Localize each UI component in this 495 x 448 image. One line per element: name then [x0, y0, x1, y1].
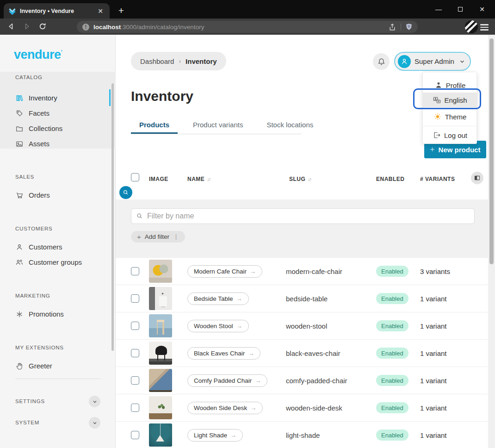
breadcrumb-dashboard[interactable]: Dashboard	[140, 57, 174, 65]
folder-icon	[15, 124, 24, 133]
sidebar-item-customers[interactable]: Customers	[0, 239, 116, 255]
sidebar-group-settings[interactable]: SETTINGS	[0, 398, 116, 410]
site-info-icon[interactable]: !	[82, 24, 89, 31]
product-name-link[interactable]: Black Eaves Chair→	[187, 347, 260, 360]
add-filter-button[interactable]: + Add filter ⋮	[131, 231, 185, 243]
column-header-name[interactable]: NAME↓↑	[187, 176, 210, 182]
reload-button[interactable]	[38, 22, 49, 32]
menu-item-label: Log out	[444, 131, 467, 139]
product-image	[149, 314, 172, 337]
row-checkbox[interactable]	[131, 376, 139, 385]
product-name-link[interactable]: Modern Cafe Chair→	[187, 265, 262, 278]
chevron-down-icon[interactable]	[89, 396, 100, 407]
product-name-link[interactable]: Wooden Stool→	[187, 320, 249, 332]
sidebar-item-label: Facets	[29, 109, 50, 117]
status-badge: Enabled	[376, 375, 408, 386]
new-tab-button[interactable]: +	[115, 5, 128, 18]
window-maximize-button[interactable]	[450, 0, 471, 19]
breadcrumb-inventory[interactable]: Inventory	[186, 57, 217, 65]
row-checkbox[interactable]	[131, 322, 139, 330]
product-image	[149, 423, 172, 447]
table-row: Black Eaves Chair→ black-eaves-chair Ena…	[116, 339, 488, 367]
tab-product-variants[interactable]: Product variants	[185, 121, 251, 134]
sidebar-item-greeter[interactable]: Greeter	[0, 358, 116, 373]
window-close-button[interactable]: ✕	[471, 0, 493, 19]
asterisk-icon	[15, 310, 24, 318]
product-name-link[interactable]: Bedside Table→	[187, 292, 249, 305]
product-name-link[interactable]: Comfy Padded Chair→	[187, 374, 267, 387]
column-header-variants: # VARIANTS	[420, 176, 455, 182]
sidebar-item-facets[interactable]: Facets	[0, 106, 116, 121]
row-checkbox[interactable]	[131, 404, 139, 412]
variant-count: 1 variant	[420, 404, 447, 412]
scrollbar-thumb[interactable]	[489, 38, 494, 264]
back-button[interactable]	[6, 22, 18, 32]
sort-icon[interactable]: ↓↑	[308, 176, 311, 182]
column-header-image: IMAGE	[149, 176, 168, 182]
browser-menu-button[interactable]	[480, 23, 489, 32]
vendure-favicon-icon	[8, 7, 16, 15]
brave-shield-icon[interactable]	[405, 23, 413, 31]
column-header-slug[interactable]: SLUG↓↑	[289, 176, 311, 182]
tab-close-icon[interactable]: ✕	[96, 7, 105, 15]
sidebar-item-assets[interactable]: Assets	[0, 136, 116, 151]
row-checkbox[interactable]	[131, 431, 139, 439]
forward-button[interactable]	[22, 22, 33, 32]
sidebar-item-customer-groups[interactable]: Customer groups	[0, 255, 116, 270]
product-slug: comfy-padded-chair	[286, 377, 347, 385]
sidebar-group-system[interactable]: SYSTEM	[0, 419, 116, 431]
chevron-down-icon	[459, 58, 465, 65]
table-row: Light Shade→ light-shade Enabled 1 varia…	[116, 421, 488, 448]
kebab-menu-icon[interactable]: ⋮	[173, 233, 179, 240]
menu-item-profile[interactable]: Profile	[423, 79, 477, 92]
menu-item-label: English	[444, 96, 467, 104]
browser-tab[interactable]: Inventory • Vendure ✕	[4, 3, 110, 19]
select-all-checkbox[interactable]	[131, 173, 139, 181]
section-label-system: SYSTEM	[15, 420, 39, 425]
status-badge: Enabled	[376, 320, 408, 331]
user-menu-button[interactable]: Super Admin	[394, 52, 471, 71]
status-badge: Enabled	[376, 402, 408, 413]
tab-products[interactable]: Products	[131, 121, 178, 134]
sidebar-item-orders[interactable]: Orders	[0, 187, 116, 203]
columns-icon	[474, 174, 481, 181]
person-icon	[435, 81, 443, 89]
notifications-button[interactable]	[373, 53, 390, 70]
menu-item-theme[interactable]: Theme	[423, 110, 477, 123]
vendure-logo[interactable]: vendure’	[14, 48, 62, 62]
search-toggle-button[interactable]	[119, 186, 132, 199]
column-picker-button[interactable]	[471, 172, 483, 184]
active-item-indicator	[109, 89, 111, 106]
sidebar-item-collections[interactable]: Collections	[0, 121, 116, 136]
share-icon[interactable]	[388, 23, 397, 31]
column-header-enabled: ENABLED	[376, 176, 405, 182]
product-slug: modern-cafe-chair	[286, 268, 342, 275]
avatar	[398, 55, 411, 68]
product-slug: wooden-side-desk	[286, 404, 342, 412]
menu-item-language[interactable]: English	[423, 93, 477, 107]
tab-bar-underline	[131, 134, 302, 134]
row-checkbox[interactable]	[131, 349, 139, 357]
product-name-link[interactable]: Light Shade→	[187, 429, 243, 442]
plus-icon: +	[430, 145, 435, 154]
main-scrollbar[interactable]	[488, 35, 495, 448]
tab-stock-locations[interactable]: Stock locations	[258, 121, 322, 134]
filter-by-name-input[interactable]	[147, 212, 470, 220]
browser-profile-avatar[interactable]	[465, 20, 478, 33]
window-minimize-button[interactable]: —	[428, 0, 449, 19]
chevron-down-icon[interactable]	[89, 417, 100, 429]
sidebar-item-inventory[interactable]: Inventory	[0, 90, 116, 106]
menu-item-logout[interactable]: Log out	[423, 129, 477, 142]
product-name-link[interactable]: Wooden Side Desk→	[187, 402, 263, 414]
sidebar-item-promotions[interactable]: Promotions	[0, 306, 116, 322]
main-content: Dashboard › Inventory Super Admin Profil…	[116, 35, 495, 448]
arrow-right-icon: →	[248, 350, 254, 357]
url-bar[interactable]: ! localhost:3000/admin/catalog/inventory	[77, 21, 418, 33]
maximize-icon	[458, 7, 463, 12]
hand-icon	[15, 362, 24, 370]
sort-icon[interactable]: ↓↑	[207, 176, 210, 182]
row-checkbox[interactable]	[131, 294, 139, 303]
sidebar-item-label: Orders	[29, 191, 50, 199]
sidebar-divider	[15, 379, 100, 379]
row-checkbox[interactable]	[131, 267, 139, 275]
